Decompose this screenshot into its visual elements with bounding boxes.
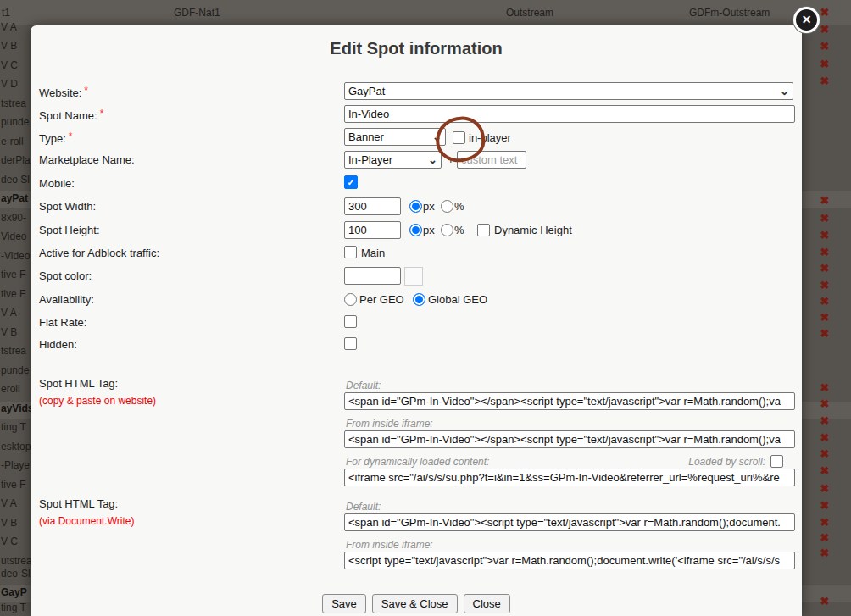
default-label: Default: — [346, 380, 381, 391]
delete-icon[interactable]: ✖ — [817, 228, 832, 242]
spot-name-label: Spot Name:* — [39, 108, 103, 122]
bg-row-label: tive F — [1, 479, 25, 491]
delete-icon[interactable]: ✖ — [817, 74, 832, 88]
width-percent-radio[interactable] — [441, 200, 453, 213]
bg-row-label: tive F — [1, 288, 25, 300]
spot-name-input[interactable] — [344, 105, 795, 123]
delete-icon[interactable]: ✖ — [817, 278, 832, 292]
delete-icon[interactable]: ✖ — [817, 22, 832, 36]
html-tag-note: (copy & paste on website) — [39, 395, 156, 407]
marketplace-select[interactable]: In-Player ⌄ — [344, 151, 442, 169]
website-select[interactable]: GayPat ⌄ — [344, 82, 793, 100]
height-percent-radio[interactable] — [441, 224, 453, 236]
iframe2-code-input[interactable] — [344, 552, 795, 569]
dynamic-code-input[interactable] — [344, 469, 795, 486]
adblock-main-checkbox[interactable] — [344, 246, 357, 258]
bg-row-label: V B — [1, 40, 17, 52]
iframe-code-input[interactable] — [344, 430, 795, 448]
color-swatch[interactable] — [404, 267, 423, 286]
global-geo-radio[interactable] — [413, 293, 426, 306]
bg-row-label: V A — [1, 307, 17, 319]
hidden-checkbox[interactable] — [344, 337, 357, 350]
delete-icon[interactable]: ✖ — [817, 380, 832, 395]
bg-row-label: 8x90- — [1, 212, 26, 224]
page: ✎ ✖ t1GDF-Nat1OutstreamGDFm-OutstreamV A… — [0, 0, 851, 616]
bg-row-label: punde — [1, 364, 29, 376]
iframe2-label: From inside iframe: — [346, 539, 433, 551]
default-code-input[interactable] — [344, 392, 795, 410]
html-tag2-note: (via Document.Write) — [39, 515, 134, 527]
bg-row-label: ting T — [1, 602, 26, 613]
delete-icon[interactable]: ✖ — [817, 245, 832, 259]
bg-row-label: ayVids — [1, 402, 33, 414]
required-asterisk: * — [100, 108, 104, 119]
delete-icon[interactable]: ✖ — [817, 39, 832, 53]
close-button[interactable]: Close — [464, 594, 510, 613]
required-asterisk: * — [69, 130, 73, 142]
bg-row-label: deo-Sl — [1, 568, 31, 580]
flat-rate-label: Flat Rate: — [39, 316, 86, 329]
width-px-radio[interactable] — [409, 200, 422, 213]
spot-height-input[interactable] — [344, 221, 401, 239]
spot-width-label: Spot Width: — [39, 200, 96, 213]
delete-icon[interactable]: ✖ — [817, 413, 832, 428]
save-button[interactable]: Save — [322, 594, 366, 613]
width-px-label: px — [423, 200, 435, 213]
width-percent-label: % — [454, 200, 464, 213]
delete-icon[interactable]: ✖ — [817, 57, 832, 71]
delete-icon[interactable]: ✖ — [817, 546, 832, 560]
bg-row-label: V C — [1, 59, 18, 71]
bg-row-label: deo Sl — [1, 174, 30, 186]
bg-table-cell: GDF-Nat1 — [174, 7, 220, 19]
delete-icon[interactable]: ✖ — [817, 326, 832, 341]
bg-row-label: Video — [1, 230, 26, 242]
delete-icon[interactable]: ✖ — [817, 594, 832, 608]
bg-row-label: -Playe — [1, 459, 30, 471]
delete-icon[interactable]: ✖ — [817, 530, 832, 545]
delete-icon[interactable]: ✖ — [817, 294, 832, 308]
delete-icon[interactable]: ✖ — [817, 397, 832, 411]
availability-label: Availability: — [39, 293, 94, 306]
default2-code-input[interactable] — [344, 513, 795, 531]
bg-row-label: tstrea — [1, 345, 26, 357]
delete-icon[interactable]: ✖ — [817, 498, 832, 513]
delete-icon[interactable]: ✖ — [817, 193, 832, 208]
height-px-radio[interactable] — [409, 224, 422, 236]
html-tag-label: Spot HTML Tag: — [39, 377, 118, 390]
save-close-button[interactable]: Save & Close — [372, 594, 458, 613]
dynamic-height-label: Dynamic Height — [494, 224, 572, 236]
delete-icon[interactable]: ✖ — [817, 447, 832, 461]
bg-row-label: tive F — [1, 269, 25, 280]
bg-row-label: punde — [1, 116, 29, 128]
website-label: Website:* — [39, 85, 88, 99]
modal-close-button[interactable]: ✕ — [793, 7, 820, 33]
hidden-label: Hidden: — [39, 338, 77, 351]
spot-color-input[interactable] — [344, 267, 401, 285]
bg-row-label: V D — [1, 78, 18, 90]
button-row: Save Save & Close Close — [31, 594, 802, 613]
per-geo-radio[interactable] — [344, 293, 357, 306]
delete-icon[interactable]: ✖ — [817, 310, 832, 325]
delete-icon[interactable]: ✖ — [817, 211, 832, 225]
bg-table-cell: t1 — [2, 7, 10, 19]
bg-row-label: V B — [1, 326, 17, 338]
bg-row-label: derPla — [1, 154, 31, 166]
flat-rate-checkbox[interactable] — [344, 315, 357, 328]
delete-icon[interactable]: ✖ — [817, 515, 832, 530]
type-select[interactable]: Banner ⌄ — [344, 128, 446, 146]
delete-icon[interactable]: ✖ — [817, 261, 832, 275]
chevron-down-icon: ⌄ — [425, 156, 437, 164]
chevron-down-icon: ⌄ — [776, 87, 789, 96]
delete-icon[interactable]: ✖ — [817, 481, 832, 496]
dynamic-height-checkbox[interactable] — [477, 224, 490, 236]
loaded-by-scroll-label: Loaded by scroll: — [683, 456, 765, 468]
loaded-by-scroll-checkbox[interactable] — [770, 455, 783, 468]
delete-icon[interactable]: ✖ — [817, 430, 832, 445]
bg-row-label: e-roll — [1, 136, 24, 147]
mobile-checkbox[interactable]: ✓ — [344, 175, 358, 189]
spot-width-input[interactable] — [344, 197, 401, 215]
delete-icon[interactable]: ✖ — [817, 463, 832, 478]
bg-row-label: esktop — [1, 441, 31, 452]
height-percent-label: % — [454, 224, 464, 236]
bg-row-label: V B — [1, 517, 17, 529]
